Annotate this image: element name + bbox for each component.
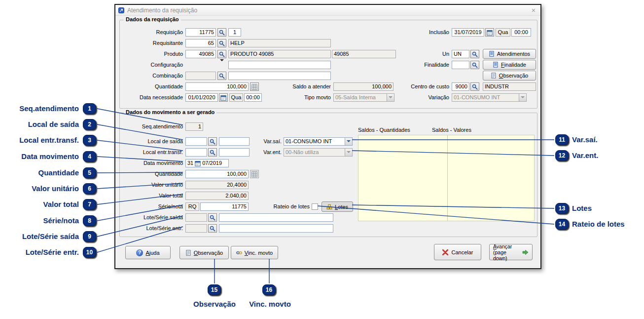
- variacao-select[interactable]: 01-CONSUMO INT: [452, 93, 527, 102]
- window-title: Atendimento da requisição: [127, 7, 527, 14]
- chevron-down-icon: [345, 149, 352, 156]
- vinc-movto-button[interactable]: Vinc. movto: [231, 246, 278, 259]
- data-movimento-input[interactable]: 31 07/2019: [185, 159, 229, 167]
- titlebar: Atendimento da requisição ×: [115, 5, 540, 16]
- calendar-icon: [487, 30, 493, 36]
- data-necessidade-input[interactable]: 01/01/2020: [185, 93, 218, 102]
- lote-serie-saida-input[interactable]: [185, 213, 207, 222]
- requisitante-input[interactable]: 65: [185, 39, 216, 47]
- grid-icon: [251, 84, 257, 90]
- callout-badge-16: 16: [262, 284, 276, 295]
- lote-serie-entr-label: Lote/Série entr.: [120, 225, 183, 232]
- rateio-de-lotes-checkbox[interactable]: [312, 203, 318, 210]
- valor-unitario-label: Valor unitário: [120, 182, 183, 188]
- callout-label-var-ent: Var.ent.: [572, 150, 598, 161]
- observacao-button[interactable]: Observação: [179, 246, 229, 259]
- observacao-button-group1[interactable]: Observação: [483, 71, 536, 80]
- requisicao-item-input[interactable]: 1: [228, 28, 241, 37]
- quantidade-mov-input[interactable]: 100,000: [185, 170, 249, 178]
- ajuda-button-label: Ajuda: [145, 250, 159, 256]
- inclusao-time-input[interactable]: 00:00: [511, 28, 531, 37]
- produto-search-button[interactable]: [217, 50, 226, 58]
- document-icon: [491, 73, 497, 79]
- requisitante-name-field: HELP: [228, 39, 331, 47]
- callout-badge-7: 7: [83, 199, 96, 210]
- local-de-saida-input[interactable]: [185, 137, 207, 146]
- caret-down-icon[interactable]: [220, 59, 224, 63]
- nota-input[interactable]: 11775: [200, 202, 249, 211]
- rateio-de-lotes-label: Rateio de lotes: [253, 203, 310, 210]
- callout-label-serie-nota: Série/nota: [0, 215, 79, 226]
- local-entr-transf-search-button[interactable]: [208, 148, 217, 157]
- lote-serie-entr-name-field: [219, 224, 333, 233]
- inclusao-weekday-field: Qua: [496, 28, 510, 37]
- document-icon: [493, 62, 499, 68]
- seq-atendimento-label: Seq.atendimento: [120, 123, 183, 130]
- observacao-button-group1-label: Observação: [499, 73, 528, 79]
- requisitante-search-button[interactable]: [217, 39, 226, 47]
- data-movimento-day: 31: [187, 160, 193, 166]
- callout-label-data-movimento: Data movimento: [0, 151, 79, 162]
- finalidade-button[interactable]: Finalidade: [483, 60, 536, 70]
- lotes-button[interactable]: Lotes: [322, 201, 353, 212]
- calendar-icon[interactable]: [195, 160, 201, 166]
- callout-badge-8: 8: [83, 215, 96, 226]
- finalidade-search-button[interactable]: [470, 61, 479, 69]
- saldos-panel: [358, 135, 535, 221]
- combinacao-input[interactable]: [185, 72, 216, 80]
- centro-de-custo-name-field: INDUSTR: [483, 82, 536, 91]
- quantidade-req-label: Quantidade: [120, 83, 183, 90]
- data-necessidade-label: Data necessidade: [120, 94, 183, 101]
- saldos-valores-header: Saldos - Valores: [432, 127, 506, 133]
- callout-badge-1: 1: [83, 103, 96, 114]
- ajuda-button[interactable]: ? Ajuda: [125, 246, 171, 259]
- callout-badge-14: 14: [555, 219, 569, 230]
- inclusao-date-input[interactable]: 31/07/2019: [452, 28, 484, 37]
- avancar-button[interactable]: Avançar (page down): [489, 244, 533, 260]
- produto-input[interactable]: 49085: [185, 50, 216, 58]
- var-sai-select[interactable]: 01-CONSUMO INT: [284, 137, 353, 146]
- centro-de-custo-input[interactable]: 9000: [452, 82, 469, 91]
- group-dados-requisicao: Dados da requisição Requisição 11775 1 I…: [119, 20, 537, 109]
- inclusao-calendar-button[interactable]: [485, 28, 494, 37]
- atendimentos-button[interactable]: Atendimentos: [483, 49, 536, 59]
- search-icon: [219, 40, 225, 46]
- callout-badge-2: 2: [83, 119, 96, 130]
- callout-label-quantidade: Quantidade: [0, 167, 79, 178]
- cancelar-button[interactable]: Cancelar: [434, 244, 481, 260]
- finalidade-input[interactable]: [452, 61, 469, 69]
- centro-de-custo-search-button[interactable]: [470, 82, 479, 91]
- un-search-button[interactable]: [470, 50, 479, 58]
- requisicao-search-button[interactable]: [217, 28, 226, 37]
- document-icon: [185, 250, 191, 256]
- data-necessidade-time-input[interactable]: 00:00: [244, 93, 262, 102]
- serie-nota-label: Série/nota: [120, 203, 183, 210]
- document-icon: [489, 51, 495, 57]
- configuracao-input[interactable]: [228, 61, 331, 69]
- quantidade-req-calc-button[interactable]: [250, 82, 259, 91]
- chevron-down-icon: [387, 94, 394, 101]
- quantidade-req-input[interactable]: 100,000: [185, 82, 249, 91]
- local-de-saida-search-button[interactable]: [208, 137, 217, 146]
- lote-serie-entr-input[interactable]: [185, 224, 207, 233]
- saldos-quantidades-header: Saldos - Quantidades: [358, 127, 432, 133]
- lote-serie-saida-search-button[interactable]: [208, 213, 217, 222]
- local-entr-transf-input[interactable]: [185, 148, 207, 157]
- valor-unitario-field: 20,4000: [185, 181, 249, 189]
- requisicao-input[interactable]: 11775: [185, 28, 216, 37]
- tipo-movto-select[interactable]: 05-Saída Interna: [333, 93, 394, 102]
- lote-serie-entr-search-button[interactable]: [208, 224, 217, 233]
- atendimentos-button-label: Atendimentos: [497, 51, 530, 57]
- close-icon[interactable]: ×: [530, 6, 537, 14]
- data-necessidade-calendar-button[interactable]: [219, 93, 228, 102]
- var-sai-label: Var.saí.: [233, 138, 282, 145]
- callout-badge-5: 5: [83, 167, 96, 178]
- serie-field: RQ: [185, 202, 199, 211]
- var-ent-select[interactable]: 00-Não utiliza: [284, 148, 353, 157]
- un-input[interactable]: UN: [452, 50, 469, 58]
- combinacao-search-button[interactable]: [217, 72, 226, 80]
- quantidade-mov-calc-button: [250, 170, 259, 178]
- app-icon: [118, 7, 124, 13]
- callout-label-seq-atendimento: Seq.atendimento: [0, 103, 79, 114]
- callout-badge-10: 10: [83, 247, 96, 258]
